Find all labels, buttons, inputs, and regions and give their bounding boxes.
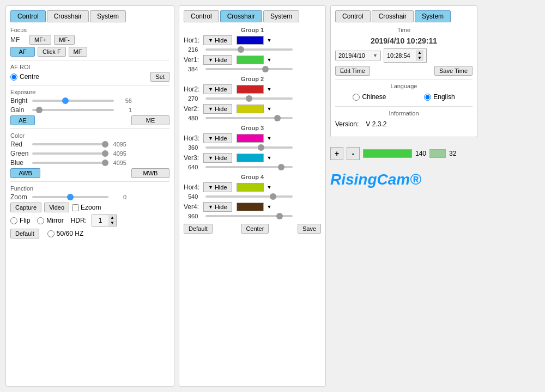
set-button[interactable]: Set <box>150 72 169 82</box>
bright-value: 56 <box>117 97 132 104</box>
af-button[interactable]: AF <box>10 47 35 57</box>
small-value: 32 <box>449 150 456 157</box>
ver-hide-btn-1[interactable]: ▼ Hide <box>203 55 232 65</box>
ver-color-arrow-4[interactable]: ▼ <box>267 204 272 210</box>
gain-value: 1 <box>117 107 132 113</box>
time-down-button[interactable]: ▼ <box>416 56 423 61</box>
zoom-out-button[interactable]: - <box>347 147 360 160</box>
version-label: Version: <box>335 120 359 128</box>
hor-color-arrow-1[interactable]: ▼ <box>267 38 272 43</box>
mid-tab-control[interactable]: Control <box>184 10 219 22</box>
hdr-up-button[interactable]: ▲ <box>108 215 116 220</box>
time-up-button[interactable]: ▲ <box>416 50 423 56</box>
hdr-input[interactable] <box>92 217 108 224</box>
hor-hide-text-2: Hide <box>215 86 227 93</box>
left-tab-system[interactable]: System <box>90 10 126 22</box>
crosshair-group-2: Group 2 Hor2: ▼ Hide ▼ 270 Ver2: ▼ Hide <box>184 76 321 121</box>
ver-hide-btn-4[interactable]: ▼ Hide <box>203 202 232 212</box>
red-slider[interactable] <box>32 143 108 145</box>
chinese-radio-label[interactable]: Chinese <box>353 93 386 101</box>
right-tab-bar: Control Crosshair System <box>335 10 473 22</box>
hor-slider-4[interactable] <box>205 195 293 198</box>
english-radio-label[interactable]: English <box>424 93 455 101</box>
mirror-radio[interactable] <box>37 217 44 224</box>
ver-color-arrow-3[interactable]: ▼ <box>267 155 272 161</box>
ver-color-box-1 <box>237 56 264 64</box>
hor-hide-btn-4[interactable]: ▼ Hide <box>203 182 232 192</box>
crosshair-center-button[interactable]: Center <box>241 224 269 234</box>
hor-slider-1[interactable] <box>205 48 293 51</box>
green-bar <box>363 149 412 158</box>
right-tab-crosshair[interactable]: Crosshair <box>372 10 414 22</box>
hor-hide-btn-1[interactable]: ▼ Hide <box>203 35 232 45</box>
capture-button[interactable]: Capture <box>10 203 41 212</box>
time-display: 2019/4/10 10:29:11 <box>335 36 473 45</box>
mf-minus-button[interactable]: MF- <box>54 35 75 45</box>
small-green-bar <box>429 149 446 158</box>
hor-color-arrow-3[interactable]: ▼ <box>267 136 272 141</box>
zoom-slider[interactable] <box>32 196 108 198</box>
awb-button[interactable]: AWB <box>10 168 40 178</box>
green-slider[interactable] <box>32 152 108 155</box>
ver-hide-btn-3[interactable]: ▼ Hide <box>203 153 232 163</box>
ver-color-arrow-2[interactable]: ▼ <box>267 106 272 112</box>
hor-color-arrow-4[interactable]: ▼ <box>267 185 272 190</box>
mwb-button[interactable]: MWB <box>131 168 169 178</box>
hor-color-arrow-2[interactable]: ▼ <box>267 87 272 92</box>
video-button[interactable]: Video <box>44 203 69 212</box>
flip-radio-label[interactable]: Flip <box>10 217 30 224</box>
click-f-button[interactable]: Click F <box>38 47 66 57</box>
hz-label: 50/60 HZ <box>57 230 83 237</box>
save-time-button[interactable]: Save Time <box>434 66 473 76</box>
crosshair-default-button[interactable]: Default <box>184 224 213 234</box>
gain-slider[interactable] <box>32 109 114 111</box>
zoom-in-button[interactable]: + <box>330 147 343 160</box>
ver-num-4: 960 <box>188 213 203 219</box>
ver-slider-3[interactable] <box>205 166 293 168</box>
zoom-controls: + - 140 32 <box>330 147 456 160</box>
left-panel: Control Crosshair System Focus MF MF+ MF… <box>5 5 174 387</box>
hz-radio-label[interactable]: 50/60 HZ <box>47 230 83 237</box>
mf2-button[interactable]: MF <box>69 47 87 57</box>
crosshair-save-button[interactable]: Save <box>298 224 321 234</box>
ver-color-arrow-1[interactable]: ▼ <box>267 57 272 63</box>
me-button[interactable]: ME <box>131 115 169 125</box>
ezoom-checkbox[interactable] <box>72 204 79 211</box>
time-input[interactable] <box>387 52 414 59</box>
mid-tab-crosshair[interactable]: Crosshair <box>220 10 262 22</box>
date-input[interactable] <box>338 52 371 59</box>
ver-slider-2[interactable] <box>205 117 293 119</box>
hor-label-1: Hor1: <box>184 36 201 44</box>
ver-slider-4[interactable] <box>205 215 293 217</box>
mirror-radio-label[interactable]: Mirror <box>37 217 63 224</box>
ezoom-checkbox-label[interactable]: Ezoom <box>72 204 101 211</box>
hz-radio[interactable] <box>47 230 55 237</box>
left-tab-crosshair[interactable]: Crosshair <box>47 10 89 22</box>
chinese-radio[interactable] <box>353 94 360 101</box>
group-title-2: Group 2 <box>184 76 321 82</box>
left-tab-control[interactable]: Control <box>10 10 46 22</box>
exposure-label: Exposure <box>10 89 169 95</box>
centre-radio-label[interactable]: Centre <box>10 73 39 81</box>
default-button[interactable]: Default <box>10 229 39 238</box>
ver-hide-btn-2[interactable]: ▼ Hide <box>203 104 232 114</box>
hor-slider-3[interactable] <box>205 146 293 149</box>
mid-tab-system[interactable]: System <box>263 10 299 22</box>
edit-time-button[interactable]: Edit Time <box>335 66 370 76</box>
mf-plus-button[interactable]: MF+ <box>29 35 51 45</box>
centre-radio[interactable] <box>10 74 17 81</box>
hdr-down-button[interactable]: ▼ <box>108 220 116 226</box>
blue-slider[interactable] <box>32 162 108 164</box>
hor-color-box-2 <box>237 85 264 94</box>
english-radio[interactable] <box>424 94 431 101</box>
right-tab-system[interactable]: System <box>415 10 451 22</box>
hor-hide-btn-3[interactable]: ▼ Hide <box>203 133 232 143</box>
ae-button[interactable]: AE <box>10 115 35 125</box>
hor-slider-2[interactable] <box>205 97 293 100</box>
hor-hide-btn-2[interactable]: ▼ Hide <box>203 84 232 94</box>
right-tab-control[interactable]: Control <box>335 10 371 22</box>
ver-slider-1[interactable] <box>205 68 293 70</box>
flip-radio[interactable] <box>10 217 17 224</box>
zoom-label: Zoom <box>10 193 29 201</box>
bright-slider[interactable] <box>32 100 114 102</box>
